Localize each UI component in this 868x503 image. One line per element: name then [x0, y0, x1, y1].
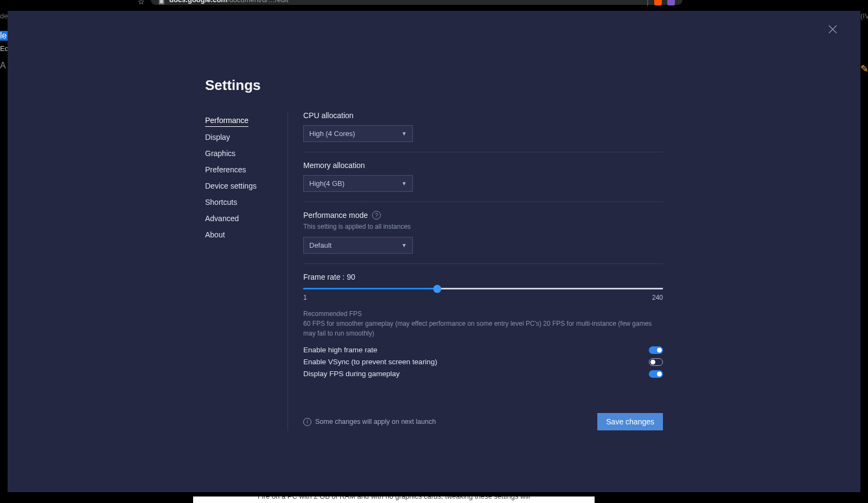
- sidebar-item-advanced[interactable]: Advanced: [205, 210, 239, 227]
- sidebar-item-performance[interactable]: Performance: [205, 112, 248, 127]
- chevron-down-icon: ▼: [401, 131, 407, 137]
- chevron-down-icon: ▼: [401, 242, 407, 248]
- bookmark-star-icon: ☆: [138, 0, 145, 6]
- cpu-section: CPU allocation High (4 Cores) ▼: [303, 111, 663, 152]
- cpu-label: CPU allocation: [303, 111, 663, 120]
- framerate-label: Frame rate : 90: [303, 273, 663, 281]
- perfmode-section: Performance mode ? This setting is appli…: [303, 211, 663, 264]
- toggle-vsync[interactable]: [649, 358, 663, 366]
- sidebar-item-shortcuts[interactable]: Shortcuts: [205, 194, 237, 210]
- bg-fragment: de (: [0, 12, 8, 20]
- settings-sidebar: Performance Display Graphics Preferences…: [205, 111, 288, 430]
- page-title: Settings: [205, 77, 663, 94]
- sidebar-item-graphics[interactable]: Graphics: [205, 145, 235, 162]
- help-icon[interactable]: ?: [372, 211, 381, 220]
- framerate-slider[interactable]: 1 240: [303, 288, 663, 301]
- settings-main: CPU allocation High (4 Cores) ▼ Memory a…: [288, 111, 663, 430]
- save-changes-button[interactable]: Save changes: [597, 413, 663, 430]
- settings-modal: Settings Performance Display Graphics Pr…: [8, 11, 860, 492]
- memory-select[interactable]: High(4 GB) ▼: [303, 175, 413, 192]
- site-icon: ▣: [158, 0, 164, 5]
- toggle-label-display-fps: Display FPS during gameplay: [303, 370, 400, 378]
- cpu-select-value: High (4 Cores): [309, 130, 355, 138]
- settings-content: Settings Performance Display Graphics Pr…: [205, 77, 663, 470]
- memory-select-value: High(4 GB): [309, 179, 344, 188]
- perfmode-select-value: Default: [309, 241, 331, 249]
- perfmode-label: Performance mode ?: [303, 211, 663, 220]
- url-text: docs.google.com/document/d/…/edit: [169, 0, 289, 4]
- bg-fragment: Edi: [0, 44, 8, 53]
- memory-label: Memory allocation: [303, 161, 663, 170]
- footer-note: i Some changes will apply on next launch: [303, 418, 436, 426]
- bg-fragment: A: [0, 61, 8, 70]
- toggle-display-fps[interactable]: [649, 370, 663, 378]
- sidebar-item-device-settings[interactable]: Device settings: [205, 178, 257, 194]
- perfmode-hint: This setting is applied to all instances: [303, 222, 663, 231]
- cpu-select[interactable]: High (4 Cores) ▼: [303, 125, 413, 142]
- toggle-row-display-fps: Display FPS during gameplay: [303, 370, 663, 378]
- rec-fps-title: Recommended FPS: [303, 309, 663, 319]
- footer-row: i Some changes will apply on next launch…: [303, 413, 663, 430]
- toggle-label-vsync: Enable VSync (to prevent screen tearing): [303, 358, 437, 366]
- slider-min: 1: [303, 294, 307, 301]
- bg-fragment: le: [0, 31, 8, 41]
- browser-url-bar: ☆ ▣ docs.google.com/document/d/…/edit |: [151, 0, 682, 5]
- slider-thumb[interactable]: [433, 285, 441, 293]
- close-icon: [828, 25, 837, 34]
- url-right-icons: |: [647, 0, 675, 7]
- edit-pencil-icon: ✎: [860, 63, 868, 73]
- ext-icon-purple: [667, 0, 675, 5]
- toggle-row-high-fps: Enable high frame rate: [303, 346, 663, 354]
- info-icon: i: [303, 418, 311, 426]
- rec-fps-text: 60 FPS for smoother gameplay (may effect…: [303, 319, 663, 338]
- sidebar-item-preferences[interactable]: Preferences: [205, 162, 246, 178]
- toggle-high-fps[interactable]: [649, 346, 663, 354]
- perfmode-select[interactable]: Default ▼: [303, 237, 413, 254]
- toggle-row-vsync: Enable VSync (to prevent screen tearing): [303, 358, 663, 366]
- close-button[interactable]: [828, 25, 839, 36]
- sidebar-item-display[interactable]: Display: [205, 129, 230, 145]
- memory-section: Memory allocation High(4 GB) ▼: [303, 161, 663, 202]
- ext-icon-orange: [654, 0, 662, 5]
- framerate-section: Frame rate : 90 1 240 Recommended: [303, 273, 663, 391]
- toggle-label-high-fps: Enable high frame rate: [303, 346, 378, 354]
- bg-doc-peek: Fire on a PC with 2 GB of RAM and with n…: [193, 496, 595, 503]
- chevron-down-icon: ▼: [401, 180, 407, 186]
- bg-fragment: (IV: [860, 12, 868, 20]
- slider-max: 240: [652, 294, 663, 301]
- sidebar-item-about[interactable]: About: [205, 227, 225, 243]
